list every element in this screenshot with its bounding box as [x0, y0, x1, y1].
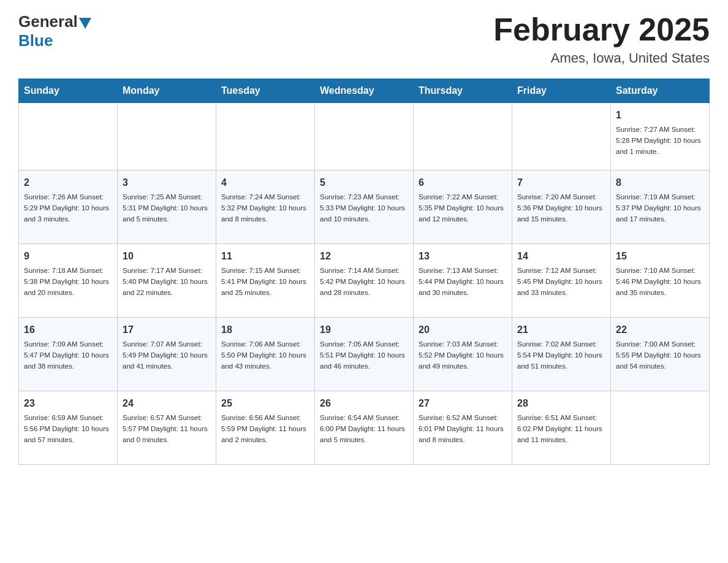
page-header: General Blue February 2025 Ames, Iowa, U…	[18, 12, 710, 66]
calendar-day-cell: 11Sunrise: 7:15 AM Sunset: 5:41 PM Dayli…	[216, 244, 315, 318]
day-info: Sunrise: 6:54 AM Sunset: 6:00 PM Dayligh…	[320, 413, 408, 445]
calendar-day-cell: 6Sunrise: 7:22 AM Sunset: 5:35 PM Daylig…	[414, 170, 512, 244]
day-number: 6	[419, 175, 507, 190]
col-header-wednesday: Wednesday	[315, 79, 414, 103]
calendar-day-cell: 18Sunrise: 7:06 AM Sunset: 5:50 PM Dayli…	[216, 318, 315, 391]
day-number: 8	[616, 175, 704, 190]
day-number: 18	[221, 323, 309, 337]
day-info: Sunrise: 7:23 AM Sunset: 5:33 PM Dayligh…	[320, 192, 408, 224]
calendar-day-cell: 19Sunrise: 7:05 AM Sunset: 5:51 PM Dayli…	[315, 318, 414, 391]
calendar-day-cell: 10Sunrise: 7:17 AM Sunset: 5:40 PM Dayli…	[118, 244, 216, 318]
day-info: Sunrise: 6:59 AM Sunset: 5:56 PM Dayligh…	[24, 413, 112, 445]
logo: General Blue	[18, 12, 91, 50]
day-info: Sunrise: 7:12 AM Sunset: 5:45 PM Dayligh…	[517, 266, 605, 298]
day-number: 5	[320, 175, 408, 190]
calendar-day-cell: 8Sunrise: 7:19 AM Sunset: 5:37 PM Daylig…	[611, 170, 710, 244]
day-info: Sunrise: 7:20 AM Sunset: 5:36 PM Dayligh…	[517, 192, 605, 224]
day-number: 4	[221, 175, 309, 190]
day-info: Sunrise: 7:13 AM Sunset: 5:44 PM Dayligh…	[419, 266, 507, 298]
day-info: Sunrise: 7:19 AM Sunset: 5:37 PM Dayligh…	[616, 192, 704, 224]
calendar-title: February 2025	[493, 12, 710, 47]
day-number: 26	[320, 396, 408, 411]
logo-arrow-icon	[79, 18, 91, 29]
day-number: 3	[123, 175, 211, 190]
day-number: 11	[221, 249, 309, 264]
day-number: 10	[123, 249, 211, 264]
calendar-day-cell: 24Sunrise: 6:57 AM Sunset: 5:57 PM Dayli…	[118, 391, 216, 465]
calendar-day-cell: 3Sunrise: 7:25 AM Sunset: 5:31 PM Daylig…	[118, 170, 216, 244]
calendar-week-row: 16Sunrise: 7:09 AM Sunset: 5:47 PM Dayli…	[19, 318, 710, 391]
calendar-day-cell: 16Sunrise: 7:09 AM Sunset: 5:47 PM Dayli…	[19, 318, 118, 391]
day-info: Sunrise: 7:09 AM Sunset: 5:47 PM Dayligh…	[24, 339, 112, 372]
calendar-day-cell: 2Sunrise: 7:26 AM Sunset: 5:29 PM Daylig…	[19, 170, 118, 244]
calendar-week-row: 1Sunrise: 7:27 AM Sunset: 5:28 PM Daylig…	[19, 103, 710, 170]
day-number: 24	[123, 396, 211, 411]
day-info: Sunrise: 7:06 AM Sunset: 5:50 PM Dayligh…	[221, 339, 309, 372]
day-info: Sunrise: 7:05 AM Sunset: 5:51 PM Dayligh…	[320, 339, 408, 372]
calendar-day-cell: 9Sunrise: 7:18 AM Sunset: 5:38 PM Daylig…	[19, 244, 118, 318]
calendar-week-row: 2Sunrise: 7:26 AM Sunset: 5:29 PM Daylig…	[19, 170, 710, 244]
calendar-day-cell: 13Sunrise: 7:13 AM Sunset: 5:44 PM Dayli…	[414, 244, 512, 318]
calendar-day-cell: 26Sunrise: 6:54 AM Sunset: 6:00 PM Dayli…	[315, 391, 414, 465]
day-number: 27	[419, 396, 507, 411]
day-number: 21	[517, 323, 605, 337]
day-info: Sunrise: 7:18 AM Sunset: 5:38 PM Dayligh…	[24, 266, 112, 298]
calendar-day-cell: 27Sunrise: 6:52 AM Sunset: 6:01 PM Dayli…	[414, 391, 512, 465]
day-number: 20	[419, 323, 507, 337]
logo-general-text: General	[18, 12, 78, 31]
day-info: Sunrise: 7:02 AM Sunset: 5:54 PM Dayligh…	[517, 339, 605, 372]
day-info: Sunrise: 7:25 AM Sunset: 5:31 PM Dayligh…	[123, 192, 211, 224]
day-number: 12	[320, 249, 408, 264]
calendar-day-cell: 15Sunrise: 7:10 AM Sunset: 5:46 PM Dayli…	[611, 244, 710, 318]
calendar-day-cell: 23Sunrise: 6:59 AM Sunset: 5:56 PM Dayli…	[19, 391, 118, 465]
calendar-day-cell	[611, 391, 710, 465]
day-number: 28	[517, 396, 605, 411]
day-number: 25	[221, 396, 309, 411]
calendar-day-cell	[315, 103, 414, 170]
col-header-sunday: Sunday	[19, 79, 118, 103]
day-number: 13	[419, 249, 507, 264]
day-info: Sunrise: 7:15 AM Sunset: 5:41 PM Dayligh…	[221, 266, 309, 298]
day-info: Sunrise: 7:22 AM Sunset: 5:35 PM Dayligh…	[419, 192, 507, 224]
calendar-day-cell: 1Sunrise: 7:27 AM Sunset: 5:28 PM Daylig…	[611, 103, 710, 170]
calendar-table: SundayMondayTuesdayWednesdayThursdayFrid…	[18, 79, 710, 465]
calendar-day-cell	[216, 103, 315, 170]
calendar-day-cell: 17Sunrise: 7:07 AM Sunset: 5:49 PM Dayli…	[118, 318, 216, 391]
day-number: 19	[320, 323, 408, 337]
calendar-day-cell: 28Sunrise: 6:51 AM Sunset: 6:02 PM Dayli…	[512, 391, 611, 465]
calendar-day-cell: 25Sunrise: 6:56 AM Sunset: 5:59 PM Dayli…	[216, 391, 315, 465]
day-number: 16	[24, 323, 112, 337]
calendar-week-row: 9Sunrise: 7:18 AM Sunset: 5:38 PM Daylig…	[19, 244, 710, 318]
day-info: Sunrise: 7:24 AM Sunset: 5:32 PM Dayligh…	[221, 192, 309, 224]
day-info: Sunrise: 6:52 AM Sunset: 6:01 PM Dayligh…	[419, 413, 507, 445]
calendar-day-cell	[414, 103, 512, 170]
day-number: 14	[517, 249, 605, 264]
day-info: Sunrise: 7:27 AM Sunset: 5:28 PM Dayligh…	[616, 124, 704, 157]
day-info: Sunrise: 6:57 AM Sunset: 5:57 PM Dayligh…	[123, 413, 211, 445]
day-number: 22	[616, 323, 704, 337]
day-number: 1	[616, 108, 704, 123]
logo-blue-text: Blue	[18, 31, 53, 50]
calendar-header-row: SundayMondayTuesdayWednesdayThursdayFrid…	[19, 79, 710, 103]
day-info: Sunrise: 7:14 AM Sunset: 5:42 PM Dayligh…	[320, 266, 408, 298]
col-header-saturday: Saturday	[611, 79, 710, 103]
day-info: Sunrise: 7:00 AM Sunset: 5:55 PM Dayligh…	[616, 339, 704, 372]
col-header-friday: Friday	[512, 79, 611, 103]
calendar-day-cell: 7Sunrise: 7:20 AM Sunset: 5:36 PM Daylig…	[512, 170, 611, 244]
calendar-day-cell: 21Sunrise: 7:02 AM Sunset: 5:54 PM Dayli…	[512, 318, 611, 391]
day-number: 17	[123, 323, 211, 337]
calendar-subtitle: Ames, Iowa, United States	[493, 50, 710, 66]
calendar-day-cell: 12Sunrise: 7:14 AM Sunset: 5:42 PM Dayli…	[315, 244, 414, 318]
calendar-day-cell: 14Sunrise: 7:12 AM Sunset: 5:45 PM Dayli…	[512, 244, 611, 318]
col-header-tuesday: Tuesday	[216, 79, 315, 103]
calendar-day-cell: 4Sunrise: 7:24 AM Sunset: 5:32 PM Daylig…	[216, 170, 315, 244]
day-number: 23	[24, 396, 112, 411]
day-info: Sunrise: 7:17 AM Sunset: 5:40 PM Dayligh…	[123, 266, 211, 298]
title-area: February 2025 Ames, Iowa, United States	[493, 12, 710, 66]
day-number: 2	[24, 175, 112, 190]
col-header-thursday: Thursday	[414, 79, 512, 103]
calendar-day-cell: 22Sunrise: 7:00 AM Sunset: 5:55 PM Dayli…	[611, 318, 710, 391]
calendar-day-cell: 5Sunrise: 7:23 AM Sunset: 5:33 PM Daylig…	[315, 170, 414, 244]
col-header-monday: Monday	[118, 79, 216, 103]
day-info: Sunrise: 7:26 AM Sunset: 5:29 PM Dayligh…	[24, 192, 112, 224]
